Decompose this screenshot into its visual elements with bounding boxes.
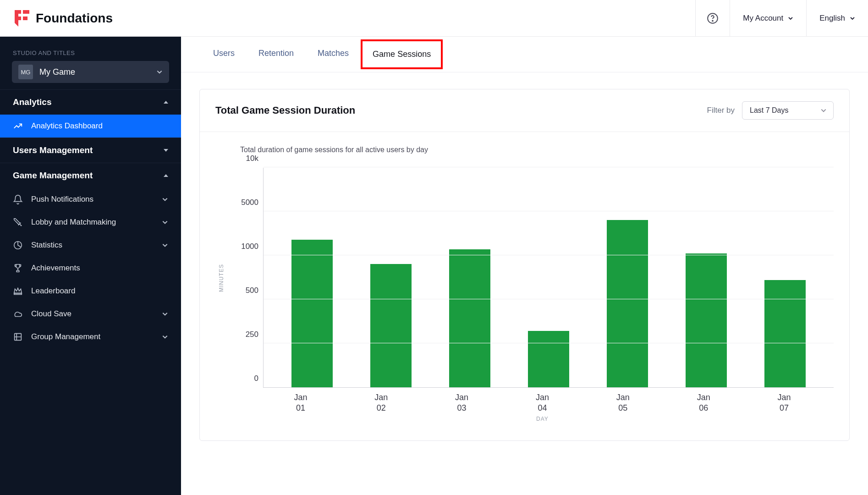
chart-bar [370,264,412,387]
cloud-icon [13,309,23,319]
caret-up-icon [164,101,168,104]
nav-label: Leaderboard [31,286,75,296]
x-tick: Jan01 [280,392,321,414]
nav-label: Lobby and Matchmaking [31,218,116,227]
grid-line [264,299,834,299]
filter-wrap: Filter by Last 7 Days [707,101,834,120]
nav-label: Push Notifications [31,195,93,204]
chevron-down-icon [162,242,168,248]
swords-icon [13,217,23,227]
chevron-down-icon [156,69,163,75]
chart-subtitle: Total duration of game sessions for all … [215,141,834,168]
svg-point-1 [712,20,713,21]
y-axis: 02505001000500010k [227,168,263,388]
help-icon [707,12,719,24]
y-tick: 10k [246,154,258,163]
nav-label: Group Management [31,332,100,341]
sidebar-item-statistics[interactable]: Statistics [0,234,181,257]
game-badge: MG [18,65,33,79]
brand-name: Foundations [36,11,113,26]
chart-bar [607,220,648,387]
bell-icon [13,194,23,204]
x-axis-label: DAY [251,416,834,422]
sidebar-item-cloud-save[interactable]: Cloud Save [0,302,181,325]
y-tick: 500 [246,286,258,295]
x-tick: Jan04 [522,392,563,414]
chart-line-icon [13,121,23,131]
chevron-down-icon [820,107,827,114]
language-dropdown[interactable]: English [806,0,868,36]
help-button[interactable] [695,0,730,36]
sidebar: STUDIO AND TITLES MG My Game Analytics A… [0,37,181,495]
chevron-down-icon [162,219,168,226]
x-axis-labels: Jan01Jan02Jan03Jan04Jan05Jan06Jan07 [251,388,834,414]
x-tick: Jan03 [441,392,483,414]
filter-label: Filter by [707,106,735,115]
chevron-down-icon [788,16,793,21]
group-icon [13,332,23,342]
grid-line [264,167,834,167]
filter-value: Last 7 Days [750,106,788,114]
language-label: English [819,14,845,23]
bars-container [264,168,834,387]
card-header: Total Game Session Duration Filter by La… [200,89,849,132]
game-selector[interactable]: MG My Game [12,61,169,83]
sidebar-item-push-notifications[interactable]: Push Notifications [0,188,181,211]
y-axis-label: MINUTES [215,264,227,292]
card-body: Total duration of game sessions for all … [200,132,849,440]
game-name: My Game [39,67,150,77]
app-header: Foundations My Account English [0,0,868,37]
sidebar-item-lobby-matchmaking[interactable]: Lobby and Matchmaking [0,211,181,234]
chart: MINUTES 02505001000500010k [215,168,834,388]
brand-logo-icon [15,10,29,27]
nav-label: Achievements [31,264,80,273]
nav-label: Statistics [31,241,62,250]
x-tick: Jan02 [361,392,402,414]
plot-area [263,168,834,388]
sidebar-section-label: STUDIO AND TITLES [0,45,181,61]
sidebar-item-analytics-dashboard[interactable]: Analytics Dashboard [0,115,181,138]
game-mgmt-label: Game Management [13,170,93,181]
my-account-label: My Account [743,14,783,23]
chart-bar [764,280,806,387]
x-tick: Jan05 [602,392,643,414]
chevron-down-icon [162,196,168,203]
chart-card: Total Game Session Duration Filter by La… [199,89,850,441]
sidebar-item-leaderboard[interactable]: Leaderboard [0,280,181,302]
main-content: Users Retention Matches Game Sessions To… [181,37,868,495]
analytics-head-label: Analytics [13,97,51,107]
tab-users[interactable]: Users [201,37,247,72]
sidebar-item-achievements[interactable]: Achievements [0,257,181,280]
chevron-down-icon [162,334,168,340]
chart-bar [686,253,727,387]
sidebar-item-group-management[interactable]: Group Management [0,325,181,348]
chart-bar [528,331,569,387]
filter-select[interactable]: Last 7 Days [742,101,834,120]
grid-line [264,343,834,343]
header-right: My Account English [695,0,868,36]
tabs: Users Retention Matches Game Sessions [181,37,868,72]
tab-retention[interactable]: Retention [247,37,306,72]
y-tick: 1000 [241,242,258,251]
analytics-section-head[interactable]: Analytics [0,89,181,115]
game-mgmt-section-head[interactable]: Game Management [0,163,181,188]
x-tick: Jan07 [764,392,805,414]
pie-chart-icon [13,240,23,250]
trophy-icon [13,263,23,273]
caret-down-icon [164,149,168,152]
chevron-down-icon [162,311,168,317]
nav-label: Analytics Dashboard [31,121,103,131]
chart-bar [291,240,333,387]
card-title: Total Game Session Duration [215,104,355,116]
users-mgmt-section-head[interactable]: Users Management [0,138,181,163]
chart-bar [449,249,490,387]
crown-icon [13,286,23,296]
my-account-dropdown[interactable]: My Account [730,0,806,36]
brand-area: Foundations [0,10,695,27]
tab-game-sessions[interactable]: Game Sessions [361,39,443,69]
users-mgmt-label: Users Management [13,145,93,155]
tab-matches[interactable]: Matches [306,37,361,72]
chevron-down-icon [850,16,855,21]
y-tick: 250 [246,330,258,339]
y-tick: 5000 [241,198,258,207]
